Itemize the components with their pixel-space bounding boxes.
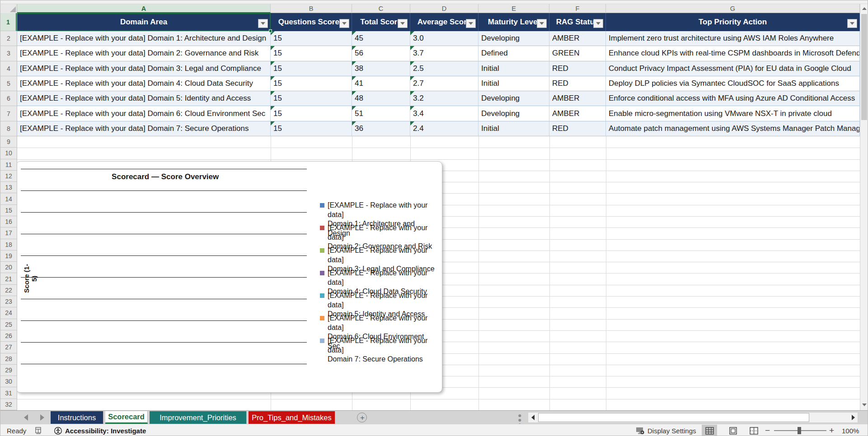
column-header-A[interactable]: A bbox=[17, 4, 271, 13]
cell-G4[interactable]: Conduct Privacy Impact Assessment (PIA) … bbox=[606, 61, 860, 76]
scroll-left-button[interactable] bbox=[528, 413, 537, 422]
row-header-4[interactable]: 4 bbox=[0, 61, 17, 76]
cell-D7[interactable]: 3.4 bbox=[410, 106, 479, 121]
cell-B6[interactable]: 15 bbox=[271, 91, 352, 106]
row-header-3[interactable]: 3 bbox=[0, 46, 17, 61]
table-header-1[interactable]: Domain Area bbox=[17, 13, 271, 31]
column-header-E[interactable]: E bbox=[479, 4, 549, 13]
table-header-7[interactable]: Top Priority Action bbox=[606, 13, 860, 31]
column-header-D[interactable]: D bbox=[410, 4, 479, 13]
sheet-tab-pro_tips_and_mistakes[interactable]: Pro_Tips_and_Mistakes bbox=[249, 411, 335, 424]
sheet-grid[interactable]: Domain AreaQuestions ScoredTotal ScoreAv… bbox=[17, 13, 861, 410]
cell-E8[interactable]: Initial bbox=[479, 121, 549, 136]
filter-dropdown-button[interactable] bbox=[847, 19, 857, 28]
table-header-4[interactable]: Average Score bbox=[410, 13, 479, 31]
row-header-10[interactable]: 10 bbox=[0, 148, 17, 159]
cell-C5[interactable]: 41 bbox=[352, 76, 410, 91]
row-header-14[interactable]: 14 bbox=[0, 193, 17, 204]
vertical-scrollbar[interactable] bbox=[860, 4, 868, 410]
row-header-31[interactable]: 31 bbox=[0, 387, 17, 399]
cell-E3[interactable]: Defined bbox=[479, 46, 549, 61]
new-sheet-button[interactable]: + bbox=[357, 413, 367, 422]
cell-F2[interactable]: AMBER bbox=[549, 31, 606, 46]
row-header-26[interactable]: 26 bbox=[0, 330, 17, 342]
cell-C2[interactable]: 45 bbox=[352, 31, 410, 46]
column-header-B[interactable]: B bbox=[271, 4, 352, 13]
cell-B5[interactable]: 15 bbox=[271, 76, 352, 91]
filter-dropdown-button[interactable] bbox=[258, 19, 268, 28]
macro-record-button[interactable] bbox=[35, 424, 42, 436]
row-header-7[interactable]: 7 bbox=[0, 106, 17, 121]
row-header-25[interactable]: 25 bbox=[0, 319, 17, 330]
column-header-G[interactable]: G bbox=[606, 4, 860, 13]
cell-D2[interactable]: 3.0 bbox=[410, 31, 479, 46]
row-header-6[interactable]: 6 bbox=[0, 91, 17, 106]
row-header-8[interactable]: 8 bbox=[0, 121, 17, 136]
table-header-6[interactable]: RAG Status bbox=[549, 13, 606, 31]
tab-scroll-right-button[interactable] bbox=[40, 414, 44, 421]
zoom-slider-handle[interactable] bbox=[798, 427, 801, 434]
horizontal-scroll-thumb[interactable] bbox=[538, 413, 809, 422]
row-header-5[interactable]: 5 bbox=[0, 76, 17, 91]
row-header-16[interactable]: 16 bbox=[0, 216, 17, 227]
column-header-F[interactable]: F bbox=[549, 4, 606, 13]
sheet-tab-instructions[interactable]: Instructions bbox=[51, 411, 103, 424]
cell-E2[interactable]: Developing bbox=[479, 31, 549, 46]
cell-E4[interactable]: Initial bbox=[479, 61, 549, 76]
cell-F3[interactable]: GREEN bbox=[549, 46, 606, 61]
cell-A4[interactable]: [EXAMPLE - Replace with your data] Domai… bbox=[17, 61, 271, 76]
cell-G2[interactable]: Implement zero trust architecture using … bbox=[606, 31, 860, 46]
cell-B4[interactable]: 15 bbox=[271, 61, 352, 76]
cell-A8[interactable]: [EXAMPLE - Replace with your data] Domai… bbox=[17, 121, 271, 136]
display-settings-button[interactable]: Display Settings bbox=[636, 424, 696, 436]
cell-A7[interactable]: [EXAMPLE - Replace with your data] Domai… bbox=[17, 106, 271, 121]
cell-D6[interactable]: 3.2 bbox=[410, 91, 479, 106]
cell-F7[interactable]: AMBER bbox=[549, 106, 606, 121]
row-header-24[interactable]: 24 bbox=[0, 307, 17, 319]
vertical-scroll-thumb[interactable] bbox=[861, 14, 867, 120]
zoom-out-button[interactable]: − bbox=[765, 424, 770, 436]
cell-F8[interactable]: RED bbox=[549, 121, 606, 136]
cell-F5[interactable]: RED bbox=[549, 76, 606, 91]
row-header-17[interactable]: 17 bbox=[0, 227, 17, 239]
zoom-level-button[interactable]: 100% bbox=[842, 424, 859, 436]
view-normal-button[interactable] bbox=[702, 425, 717, 436]
row-header-22[interactable]: 22 bbox=[0, 285, 17, 296]
cell-C7[interactable]: 51 bbox=[352, 106, 410, 121]
row-header-21[interactable]: 21 bbox=[0, 273, 17, 284]
cell-A2[interactable]: [EXAMPLE - Replace with your data] Domai… bbox=[17, 31, 271, 46]
table-header-2[interactable]: Questions Scored bbox=[271, 13, 352, 31]
cell-C6[interactable]: 48 bbox=[352, 91, 410, 106]
cell-D5[interactable]: 2.7 bbox=[410, 76, 479, 91]
filter-dropdown-button[interactable] bbox=[466, 19, 476, 28]
cell-E7[interactable]: Developing bbox=[479, 106, 549, 121]
column-header-C[interactable]: C bbox=[352, 4, 410, 13]
score-overview-chart[interactable]: Scorecard — Score Overview Score (1-5) [… bbox=[17, 161, 442, 393]
cell-G5[interactable]: Deploy DLP policies via Symantec CloudSO… bbox=[606, 76, 860, 91]
scroll-right-button[interactable] bbox=[849, 413, 858, 422]
cell-B3[interactable]: 15 bbox=[271, 46, 352, 61]
table-header-5[interactable]: Maturity Level bbox=[479, 13, 549, 31]
filter-dropdown-button[interactable] bbox=[593, 19, 603, 28]
cell-D8[interactable]: 2.4 bbox=[410, 121, 479, 136]
tab-scroll-left-button[interactable] bbox=[24, 414, 28, 421]
row-header-9[interactable]: 9 bbox=[0, 136, 17, 148]
row-header-28[interactable]: 28 bbox=[0, 353, 17, 365]
cell-E6[interactable]: Developing bbox=[479, 91, 549, 106]
cell-B2[interactable]: 15 bbox=[271, 31, 352, 46]
cell-E5[interactable]: Initial bbox=[479, 76, 549, 91]
cell-A3[interactable]: [EXAMPLE - Replace with your data] Domai… bbox=[17, 46, 271, 61]
horizontal-scrollbar[interactable] bbox=[528, 412, 858, 423]
zoom-in-button[interactable]: + bbox=[829, 424, 834, 436]
sheet-tab-improvement_priorities[interactable]: Improvement_Priorities bbox=[150, 411, 247, 424]
row-header-18[interactable]: 18 bbox=[0, 239, 17, 250]
filter-dropdown-button[interactable] bbox=[537, 19, 547, 28]
cell-C4[interactable]: 38 bbox=[352, 61, 410, 76]
row-header-19[interactable]: 19 bbox=[0, 250, 17, 262]
cell-F6[interactable]: AMBER bbox=[549, 91, 606, 106]
cell-D4[interactable]: 2.5 bbox=[410, 61, 479, 76]
cell-C3[interactable]: 56 bbox=[352, 46, 410, 61]
view-page-break-button[interactable] bbox=[746, 425, 761, 436]
cell-A5[interactable]: [EXAMPLE - Replace with your data] Domai… bbox=[17, 76, 271, 91]
sheet-tab-scorecard[interactable]: Scorecard bbox=[105, 411, 148, 424]
